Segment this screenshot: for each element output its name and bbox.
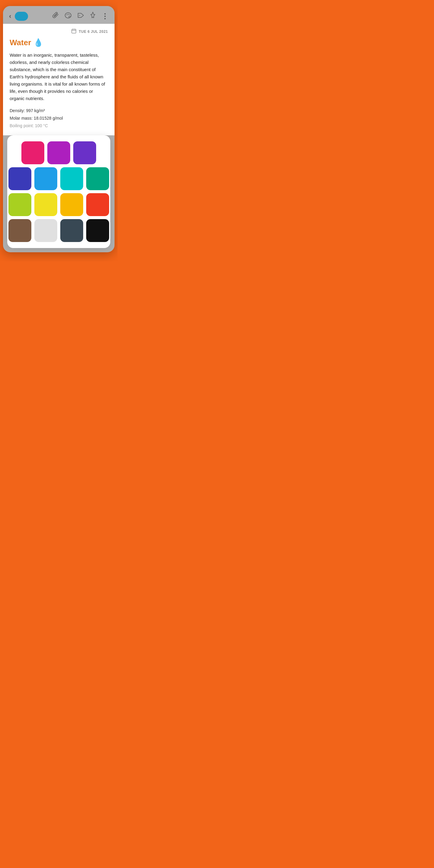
- svg-rect-5: [72, 29, 76, 33]
- swatch-black[interactable]: [86, 219, 109, 242]
- water-drop-icon: 💧: [33, 38, 43, 47]
- label-icon[interactable]: [77, 12, 84, 20]
- swatch-blue[interactable]: [34, 167, 57, 190]
- more-icon[interactable]: ⋮: [101, 12, 108, 21]
- swatch-teal[interactable]: [86, 167, 109, 190]
- toolbar: ‹: [3, 6, 115, 24]
- attachment-icon[interactable]: [53, 11, 59, 21]
- swatch-cyan[interactable]: [60, 167, 83, 190]
- svg-point-2: [68, 14, 69, 15]
- note-date: TUE 6 JUL 2021: [79, 30, 108, 34]
- phone-card: ‹: [3, 6, 115, 252]
- calendar-icon: [71, 29, 76, 34]
- swatch-lime[interactable]: [8, 193, 31, 216]
- svg-point-3: [69, 14, 70, 16]
- toolbar-icons: ⋮: [53, 11, 108, 21]
- swatch-light-gray[interactable]: [34, 219, 57, 242]
- swatch-amber[interactable]: [60, 193, 83, 216]
- note-meta: Density: 997 kg/m³ Molar mass: 18.01528 …: [10, 107, 108, 130]
- svg-point-1: [67, 14, 67, 16]
- meta-boiling: Boiling point: 100 °C: [10, 122, 108, 130]
- note-area: TUE 6 JUL 2021 Water 💧 Water is an inorg…: [3, 24, 115, 135]
- date-row: TUE 6 JUL 2021: [10, 29, 108, 34]
- swatch-indigo[interactable]: [8, 167, 31, 190]
- color-row-1: [12, 141, 105, 164]
- swatch-yellow[interactable]: [34, 193, 57, 216]
- palette-icon[interactable]: [64, 12, 72, 20]
- note-body: Water is an inorganic, transparent, tast…: [10, 52, 108, 102]
- svg-point-4: [79, 15, 80, 16]
- color-picker-popup: [7, 135, 110, 248]
- swatch-dark-slate[interactable]: [60, 219, 83, 242]
- swatch-brown[interactable]: [8, 219, 31, 242]
- meta-density: Density: 997 kg/m³: [10, 107, 108, 115]
- swatch-orange-red[interactable]: [86, 193, 109, 216]
- meta-molar-mass: Molar mass: 18.01528 g/mol: [10, 115, 108, 122]
- color-tag-button[interactable]: [15, 12, 28, 21]
- swatch-hot-pink[interactable]: [22, 141, 44, 164]
- note-title-text: Water: [10, 38, 31, 47]
- color-row-3: [12, 193, 105, 216]
- color-row-4: [12, 219, 105, 242]
- swatch-purple[interactable]: [47, 141, 70, 164]
- back-button[interactable]: ‹: [9, 12, 11, 20]
- pin-icon[interactable]: [90, 11, 96, 21]
- note-title: Water 💧: [10, 38, 108, 47]
- color-row-2: [12, 167, 105, 190]
- swatch-deep-purple[interactable]: [73, 141, 96, 164]
